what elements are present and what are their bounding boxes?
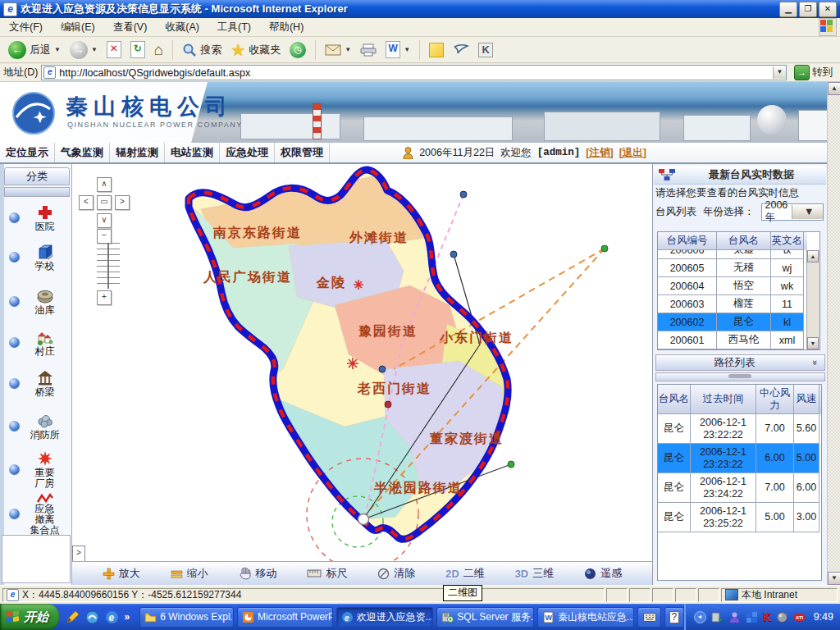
scroll-up-icon[interactable]: ▲ [807,250,819,262]
sidebar-header[interactable]: 分类 [4,167,70,185]
zoom-in-tool[interactable]: 放大 [103,566,140,581]
chevron-double-down-icon[interactable]: » [810,360,820,365]
address-dropdown[interactable]: ▼ [773,66,786,79]
forward-button[interactable]: → ▼ [66,39,101,61]
current-position-marker[interactable] [358,514,369,525]
hide-icons-chevron[interactable]: ◂ [694,611,706,623]
tab-emergency[interactable]: 应急处理 [220,143,275,162]
go-button[interactable]: → 转到 [790,64,837,81]
task-sql-server[interactable]: SQL Server 服务... [436,607,534,628]
remote-sensing-tool[interactable]: 遥感 [584,566,622,581]
zoom-in-step-button[interactable]: + [97,290,112,305]
table-row-selected[interactable]: 200602 昆仑 kl [658,313,807,331]
ruler-center-button[interactable]: ▭ [97,195,112,210]
tray-ati-icon[interactable]: ATI [793,611,806,623]
pan-up-button[interactable]: ∧ [97,177,112,192]
mail-button[interactable]: ▼ [322,43,354,57]
sidebar-item-fire-station[interactable]: 消防所 [4,412,70,441]
scroll-down-icon[interactable]: ▼ [807,337,819,349]
history-button[interactable]: ◷ [286,40,309,60]
table-row[interactable]: 200603 榴莲 11 [658,295,807,313]
table-row[interactable]: 200606 太虚 tx [658,250,807,259]
view-2d-tool[interactable]: 2D 二维 [445,566,485,581]
table-scrollbar[interactable]: ▲ ▼ [806,250,819,349]
print-button[interactable] [357,42,380,58]
menu-tools[interactable]: 工具(T) [208,21,260,34]
sidebar-item-hospital[interactable]: 医院 [4,203,70,232]
tab-permission[interactable]: 权限管理 [275,143,330,162]
start-button[interactable]: 开始 [0,604,59,630]
sidebar-item-village[interactable]: 村庄 [4,328,70,357]
logout-link[interactable]: [注销] [586,146,613,160]
help-button[interactable]: ? [664,607,683,628]
tab-radiation[interactable]: 辐射监测 [110,143,165,162]
sidebar-item-key-plant[interactable]: 重要 厂房 [4,450,70,489]
layer-toggle-icon[interactable] [9,212,20,223]
minimize-button[interactable]: ▁ [779,2,797,17]
tray-kaspersky-icon[interactable]: K [763,610,771,623]
menu-view[interactable]: 查看(V) [104,21,157,34]
tray-messenger-icon[interactable] [728,611,741,623]
tab-weather[interactable]: 气象监测 [55,143,110,162]
pan-right-button[interactable]: > [115,195,130,210]
menu-file[interactable]: 文件(F) [0,21,52,34]
sidebar-item-bridge[interactable]: 桥梁 [4,369,70,398]
scroll-up-icon[interactable]: ▲ [828,82,840,95]
messenger-icon[interactable] [85,610,99,624]
table-row[interactable]: 昆仑 2006-12-1 23:24:22 7.00 6.00 [658,473,821,503]
scroll-down-icon[interactable]: ▼ [828,572,840,585]
layer-toggle-icon[interactable] [9,464,20,475]
sidebar-item-school[interactable]: 学校 [4,243,70,272]
panel-splitter[interactable] [655,372,825,381]
zoom-out-tool[interactable]: 缩小 [171,566,208,581]
taskbar-clock[interactable]: 9:49 [814,611,833,623]
input-method-button[interactable] [637,607,661,628]
search-button[interactable]: 搜索 [179,41,225,59]
sidebar-collapse-button[interactable]: > [72,546,85,561]
pan-left-button[interactable]: < [79,195,94,210]
pan-down-button[interactable]: ∨ [97,213,112,228]
layer-toggle-icon[interactable] [9,421,20,431]
pan-tool[interactable]: 移动 [239,566,277,581]
layer-toggle-icon[interactable] [9,252,20,262]
favorites-button[interactable]: ★ 收藏夹 [227,39,284,62]
restore-button[interactable]: ❐ [799,2,817,17]
table-row[interactable]: 200601 西马伦 xml [658,331,807,349]
exit-link[interactable]: [退出] [619,146,646,160]
quick-launch-overflow-icon[interactable]: » [125,611,130,623]
table-row[interactable]: 200605 无稽 wj [658,259,807,277]
layer-toggle-icon[interactable] [9,378,20,389]
page-scrollbar[interactable]: ▲ ▼ [827,82,840,585]
table-row-selected[interactable]: 昆仑 2006-12-1 23:23:22 6.00 5.00 [658,444,821,473]
close-button[interactable]: ✕ [819,2,837,17]
refresh-button[interactable]: ↻ [127,39,148,60]
table-row[interactable]: 昆仑 2006-12-1 23:25:22 5.00 3.00 [658,503,821,532]
menu-help[interactable]: 帮助(H) [260,21,313,34]
home-button[interactable]: ⌂ [151,39,167,61]
back-button[interactable]: ← 后退 ▼ [5,39,64,61]
zoom-slider[interactable] [97,243,120,289]
sidebar-item-oil-depot[interactable]: 油库 [4,287,70,316]
ruler-tool[interactable]: 标尺 [307,566,347,581]
task-word-document[interactable]: W 秦山核电站应急... [537,607,635,628]
tab-location[interactable]: 定位显示 [0,143,55,162]
layer-toggle-icon[interactable] [9,509,20,519]
tray-sql-icon[interactable] [711,611,724,623]
year-select[interactable]: 2006年 ▼ [761,203,824,221]
tray-volume-icon[interactable] [776,611,788,623]
tray-ime-grid-icon[interactable] [746,611,758,623]
address-input[interactable]: e http://localhost/QSgridwebgis/default.… [41,65,787,80]
path-list-header[interactable]: 路径列表 » [655,354,825,371]
task-windows-explorer-group[interactable]: 6 Windows Expl... ▼ [139,607,234,628]
task-powerpoint[interactable]: Microsoft PowerP... [237,607,333,628]
menu-favorites[interactable]: 收藏(A) [156,21,208,34]
select-arrow-icon[interactable]: ▼ [792,205,823,219]
stop-button[interactable]: ✕ [103,39,125,60]
ie-icon[interactable]: e [105,610,119,624]
zoom-out-step-button[interactable]: − [97,229,112,244]
swoosh-button[interactable] [450,42,472,58]
clear-tool[interactable]: 清除 [377,566,415,581]
map-viewport[interactable]: 南京东路街道 外滩街道 人民广场街道 金陵 豫园街道 小东门街道 老西门街道 董… [72,164,652,561]
edit-word-button[interactable]: W▼ [382,39,413,60]
view-3d-tool[interactable]: 3D 三维 [515,566,555,581]
